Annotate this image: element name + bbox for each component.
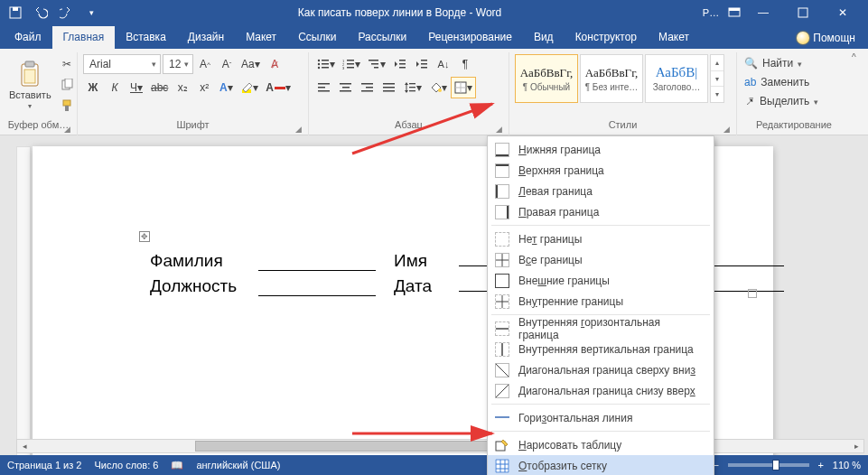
- clipboard-dialog-launcher[interactable]: ◢: [61, 123, 73, 135]
- style-heading1[interactable]: АаБбВ|Заголово…: [645, 54, 708, 103]
- styles-dialog-launcher[interactable]: ◢: [720, 123, 733, 135]
- mi-top-border[interactable]: Верхняя граница: [488, 160, 714, 181]
- mi-inside-borders[interactable]: Внутренние границы: [488, 291, 714, 312]
- maximize-button[interactable]: [783, 0, 823, 25]
- field-surname-line[interactable]: [258, 251, 376, 271]
- multilevel-button[interactable]: ▾: [365, 54, 388, 74]
- align-right-button[interactable]: [358, 78, 378, 98]
- styles-up-icon[interactable]: ▴: [711, 55, 723, 70]
- shading-button[interactable]: ▾: [426, 78, 450, 98]
- paste-button[interactable]: Вставить ▾: [5, 54, 55, 116]
- mi-all-borders[interactable]: Все границы: [488, 249, 714, 270]
- outdent-button[interactable]: [390, 54, 410, 74]
- tab-home[interactable]: Главная: [52, 26, 116, 49]
- font-size-combo[interactable]: 12: [163, 54, 193, 74]
- scroll-track[interactable]: [32, 440, 849, 452]
- line-spacing-button[interactable]: ▾: [401, 78, 425, 98]
- align-left-button[interactable]: [314, 78, 334, 98]
- mi-outside-borders[interactable]: Внешние границы: [488, 270, 714, 291]
- table-anchor-icon[interactable]: ✥: [139, 231, 150, 242]
- scroll-thumb[interactable]: [195, 441, 522, 452]
- mi-right-border[interactable]: Правая граница: [488, 201, 714, 222]
- tell-me-search[interactable]: Помощн: [788, 27, 864, 49]
- save-icon[interactable]: [4, 3, 27, 23]
- borders-button[interactable]: ▾: [452, 78, 475, 98]
- indent-button[interactable]: [412, 54, 432, 74]
- status-words[interactable]: Число слов: 6: [94, 460, 158, 470]
- clear-format-button[interactable]: A̷: [265, 54, 285, 74]
- strike-button[interactable]: abc: [148, 78, 171, 98]
- zoom-in-button[interactable]: +: [815, 460, 827, 470]
- sort-button[interactable]: A↓: [434, 54, 453, 74]
- tab-design[interactable]: Дизайн: [177, 26, 235, 49]
- tab-insert[interactable]: Вставка: [115, 26, 177, 49]
- status-proofing[interactable]: 📖: [171, 460, 183, 471]
- vertical-ruler[interactable]: [16, 146, 31, 455]
- format-painter-button[interactable]: [57, 96, 77, 116]
- shrink-font-button[interactable]: Aˇ: [217, 54, 237, 74]
- align-center-button[interactable]: [336, 78, 356, 98]
- justify-button[interactable]: [379, 78, 399, 98]
- field-position-line[interactable]: [258, 276, 376, 296]
- ribbon-display-icon[interactable]: [725, 4, 743, 22]
- bold-button[interactable]: Ж: [83, 78, 103, 98]
- tab-mailings[interactable]: Рассылки: [347, 26, 417, 49]
- close-button[interactable]: ✕: [823, 0, 863, 25]
- subscript-button[interactable]: x₂: [173, 78, 192, 98]
- paragraph-dialog-launcher[interactable]: ◢: [492, 123, 505, 135]
- change-case-button[interactable]: Aa▾: [238, 54, 263, 74]
- zoom-level[interactable]: 110 %: [833, 460, 861, 470]
- tab-references[interactable]: Ссылки: [287, 26, 347, 49]
- mi-horizontal-line[interactable]: Горизонтальная линия: [488, 407, 714, 428]
- minimize-button[interactable]: —: [743, 0, 783, 25]
- undo-icon[interactable]: [29, 3, 52, 23]
- mi-diag-down-border[interactable]: Диагональная граница сверху вниз: [488, 359, 714, 380]
- find-button[interactable]: 🔍Найти: [742, 54, 845, 72]
- mi-diag-up-border[interactable]: Диагональная граница снизу вверх: [488, 380, 714, 401]
- tab-review[interactable]: Рецензирование: [417, 26, 523, 49]
- style-normal[interactable]: АаБбВвГг,¶ Обычный: [515, 54, 578, 103]
- mi-inside-v-border[interactable]: Внутренняя вертикальная граница: [488, 339, 714, 359]
- font-dialog-launcher[interactable]: ◢: [292, 123, 304, 135]
- horizontal-scrollbar[interactable]: ◂ ▸: [16, 439, 864, 453]
- grow-font-button[interactable]: A^: [195, 54, 215, 74]
- mi-view-gridlines[interactable]: Отобразить сетку: [488, 455, 714, 475]
- tab-table-design[interactable]: Конструктор: [565, 26, 648, 49]
- show-marks-button[interactable]: ¶: [455, 54, 475, 74]
- tab-view[interactable]: Вид: [523, 26, 565, 49]
- status-language[interactable]: английский (США): [196, 460, 280, 470]
- highlight-button[interactable]: ▾: [238, 78, 261, 98]
- mi-inside-h-border[interactable]: Внутренняя горизонтальная граница: [488, 318, 714, 339]
- select-button[interactable]: ⭷Выделить: [742, 92, 845, 110]
- collapse-ribbon-icon[interactable]: ^: [852, 52, 864, 65]
- tab-table-layout[interactable]: Макет: [648, 26, 700, 49]
- ribbon-display-hint[interactable]: Р…: [702, 4, 720, 22]
- mi-draw-table[interactable]: Нарисовать таблицу: [488, 434, 714, 455]
- zoom-slider[interactable]: [728, 463, 809, 467]
- status-page[interactable]: Страница 1 из 2: [7, 460, 81, 470]
- italic-button[interactable]: К: [105, 78, 125, 98]
- font-color-button[interactable]: A▾: [263, 78, 294, 98]
- mi-left-border[interactable]: Левая граница: [488, 181, 714, 201]
- replace-button[interactable]: abЗаменить: [742, 73, 845, 91]
- zoom-thumb[interactable]: [772, 460, 779, 470]
- mi-no-border[interactable]: Нет границы: [488, 228, 714, 249]
- numbering-button[interactable]: 123▾: [340, 54, 363, 74]
- mi-bottom-border[interactable]: ННижняя границаижняя граница: [488, 139, 714, 160]
- styles-gallery-nav[interactable]: ▴▾▾: [710, 54, 724, 103]
- text-effects-button[interactable]: A▾: [216, 78, 236, 98]
- scroll-right-icon[interactable]: ▸: [849, 440, 863, 452]
- styles-down-icon[interactable]: ▾: [711, 70, 723, 87]
- styles-more-icon[interactable]: ▾: [711, 86, 723, 102]
- superscript-button[interactable]: x²: [194, 78, 214, 98]
- scroll-left-icon[interactable]: ◂: [17, 440, 32, 452]
- qat-customize-icon[interactable]: ▾: [79, 3, 103, 23]
- font-name-combo[interactable]: Arial: [83, 54, 161, 74]
- redo-icon[interactable]: [54, 3, 78, 23]
- style-no-spacing[interactable]: АаБбВвГг,¶ Без инте…: [580, 54, 643, 103]
- table-resize-handle[interactable]: [748, 289, 757, 298]
- underline-button[interactable]: Ч▾: [126, 78, 146, 98]
- bullets-button[interactable]: ▾: [314, 54, 338, 74]
- tab-layout[interactable]: Макет: [235, 26, 287, 49]
- tab-file[interactable]: Файл: [4, 26, 52, 49]
